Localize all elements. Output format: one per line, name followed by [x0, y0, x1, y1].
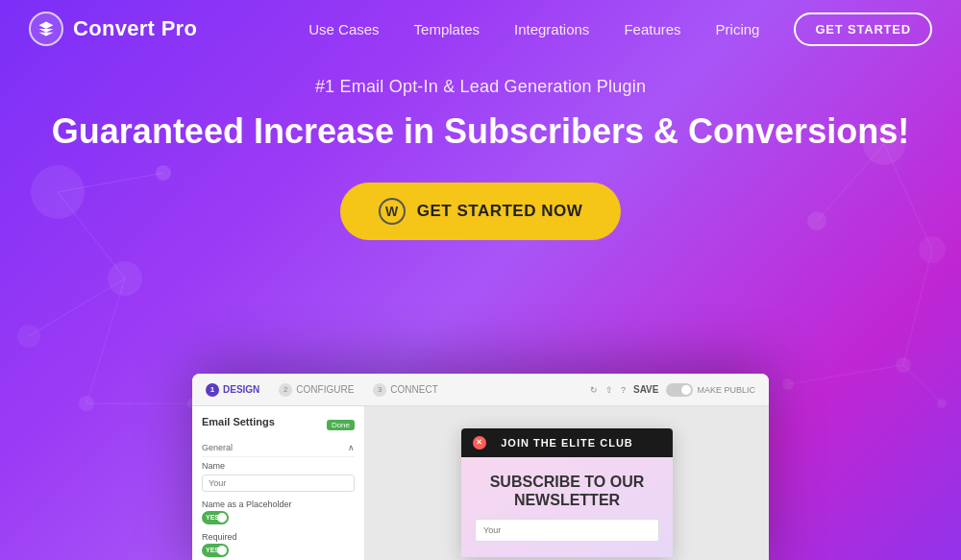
svg-point-14 [896, 357, 911, 373]
hero-cta-label: GET STARTED NOW [417, 202, 582, 221]
done-badge: Done [327, 420, 355, 430]
nav-cta-button[interactable]: GET STARTED [794, 12, 932, 46]
svg-point-15 [782, 378, 794, 390]
hero-cta-button[interactable]: W GET STARTED NOW [340, 183, 621, 240]
required-field: Required YES [202, 532, 355, 557]
popup-email-input[interactable] [475, 519, 659, 542]
required-label: Required [202, 532, 355, 542]
tab-design-label: DESIGN [223, 384, 259, 395]
hero-content: #1 Email Opt-In & Lead Generation Plugin… [0, 77, 961, 240]
tab-num-2: 2 [279, 383, 292, 397]
make-public-label: MAKE PUBLIC [697, 385, 755, 395]
popup-header: ✕ JOIN THE ELITE CLUB [461, 428, 673, 457]
refresh-icon[interactable]: ↻ [590, 385, 598, 395]
tab-configure-label: CONFIGURE [296, 384, 354, 395]
popup-preview: ✕ JOIN THE ELITE CLUB SUBSCRIBE TO OUR N… [461, 428, 673, 557]
required-toggle-row: YES [202, 544, 355, 557]
nav-pricing[interactable]: Pricing [716, 21, 760, 37]
general-label: General [202, 443, 233, 452]
logo-text: Convert Pro [73, 16, 197, 41]
mockup-tab-design[interactable]: 1 DESIGN [206, 383, 259, 397]
name-input[interactable] [202, 475, 355, 492]
header: Convert Pro Use Cases Templates Integrat… [0, 0, 961, 58]
name-field: Name [202, 461, 355, 492]
logo-icon [29, 12, 63, 46]
popup-header-text: JOIN THE ELITE CLUB [501, 437, 633, 449]
app-mockup: 1 DESIGN 2 CONFIGURE 3 CONNECT ↻ ⇧ ? SAV… [192, 374, 769, 560]
svg-point-4 [79, 396, 94, 411]
svg-point-1 [108, 261, 142, 296]
nav-integrations[interactable]: Integrations [514, 21, 589, 37]
nav-templates[interactable]: Templates [414, 21, 480, 37]
placeholder-toggle[interactable]: YES [202, 511, 229, 524]
popup-title: SUBSCRIBE TO OUR NEWSLETTER [475, 473, 659, 509]
mockup-body: Email Settings Done General ∧ Name Name … [192, 406, 769, 560]
tab-num-1: 1 [206, 383, 219, 397]
popup-body: SUBSCRIBE TO OUR NEWSLETTER [461, 457, 673, 557]
svg-line-9 [86, 279, 125, 403]
hero-title: Guaranteed Increase in Subscribers & Con… [19, 110, 942, 152]
svg-line-7 [29, 279, 125, 336]
placeholder-field: Name as a Placeholder YES [202, 499, 355, 524]
general-section[interactable]: General ∧ [202, 439, 355, 457]
nav-features[interactable]: Features [624, 21, 680, 37]
nav-use-cases[interactable]: Use Cases [308, 21, 379, 37]
mockup-tab-configure[interactable]: 2 CONFIGURE [279, 383, 354, 397]
placeholder-label: Name as a Placeholder [202, 499, 355, 509]
sidebar-panel: Email Settings Done General ∧ Name Name … [192, 406, 365, 560]
general-chevron: ∧ [348, 443, 355, 452]
svg-line-19 [903, 250, 932, 365]
hero-section: Convert Pro Use Cases Templates Integrat… [0, 0, 961, 560]
mockup-actions: ↻ ⇧ ? SAVE MAKE PUBLIC [590, 383, 755, 397]
make-public-toggle[interactable]: MAKE PUBLIC [666, 383, 755, 397]
wordpress-icon: W [379, 198, 406, 225]
svg-point-2 [17, 325, 40, 348]
svg-line-21 [903, 365, 942, 403]
sidebar-panel-title: Email Settings [202, 416, 275, 427]
main-canvas: ✕ JOIN THE ELITE CLUB SUBSCRIBE TO OUR N… [365, 406, 769, 560]
question-icon[interactable]: ? [621, 385, 626, 395]
mockup-tab-connect[interactable]: 3 CONNECT [373, 383, 437, 397]
logo-area[interactable]: Convert Pro [29, 12, 197, 46]
main-nav: Use Cases Templates Integrations Feature… [308, 12, 932, 46]
popup-close-button[interactable]: ✕ [473, 436, 486, 450]
required-toggle[interactable]: YES [202, 544, 229, 557]
svg-point-16 [937, 399, 947, 408]
svg-line-20 [788, 365, 903, 384]
tab-connect-label: CONNECT [390, 384, 437, 395]
save-button[interactable]: SAVE [633, 384, 659, 395]
tab-num-3: 3 [373, 383, 386, 397]
mockup-topbar: 1 DESIGN 2 CONFIGURE 3 CONNECT ↻ ⇧ ? SAV… [192, 374, 769, 406]
name-label: Name [202, 461, 355, 471]
placeholder-toggle-row: YES [202, 511, 355, 524]
svg-point-12 [919, 236, 946, 263]
hero-subtitle: #1 Email Opt-In & Lead Generation Plugin [19, 77, 942, 97]
share-icon[interactable]: ⇧ [605, 385, 613, 395]
